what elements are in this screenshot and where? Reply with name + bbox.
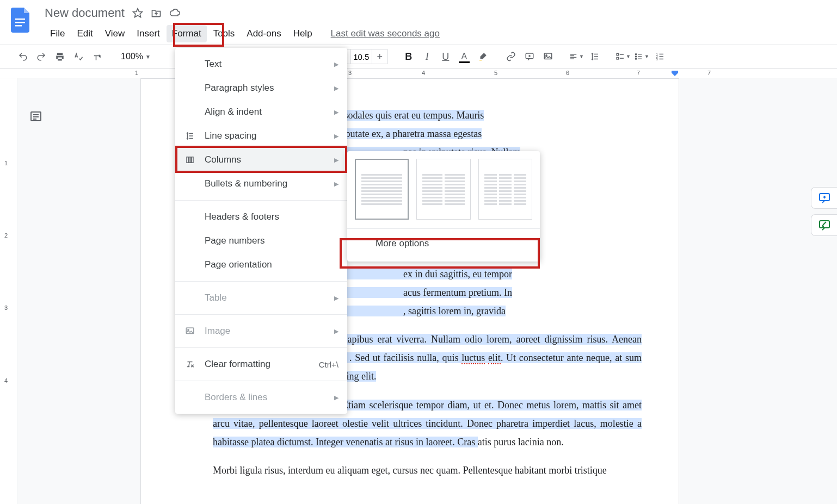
menu-view[interactable]: View bbox=[100, 25, 131, 42]
print-button[interactable] bbox=[52, 49, 67, 64]
body-paragraph[interactable]: Morbi ligula risus, interdum eu aliquam … bbox=[213, 461, 642, 480]
menu-item-label: Page numbers bbox=[205, 235, 265, 246]
zoom-select[interactable]: 100%▼ bbox=[118, 52, 154, 61]
vertical-ruler[interactable]: 1 2 3 4 bbox=[0, 78, 17, 504]
link-button[interactable] bbox=[503, 49, 519, 64]
menu-insert[interactable]: Insert bbox=[131, 25, 165, 42]
columns-option-3[interactable] bbox=[478, 159, 532, 220]
add-comment-side[interactable] bbox=[811, 187, 837, 209]
redo-button[interactable] bbox=[34, 49, 49, 64]
format-menu-align-indent[interactable]: Align & indent▶ bbox=[175, 100, 347, 124]
columns-option-2[interactable] bbox=[416, 159, 470, 220]
title-area: New document File Edit View Insert Forma… bbox=[45, 4, 440, 42]
format-menu-headers-footers[interactable]: Headers & footers bbox=[175, 205, 347, 229]
menu-item-label: Image bbox=[205, 326, 230, 337]
bold-button[interactable]: B bbox=[401, 49, 416, 64]
spellcheck-button[interactable] bbox=[71, 49, 86, 64]
chevron-right-icon: ▶ bbox=[334, 181, 339, 188]
clear-format-icon bbox=[184, 359, 196, 369]
align-button[interactable]: ▼ bbox=[569, 49, 584, 64]
menu-format[interactable]: Format bbox=[167, 25, 207, 42]
columns-option-1[interactable] bbox=[355, 159, 409, 220]
menu-item-label: Headers & footers bbox=[205, 211, 279, 222]
ruler-mark: 7 bbox=[707, 70, 711, 76]
star-icon[interactable] bbox=[132, 8, 143, 18]
suggest-edits-side[interactable] bbox=[811, 214, 837, 236]
format-menu-page-orientation[interactable]: Page orientation bbox=[175, 253, 347, 277]
numbered-list-button[interactable]: 123 bbox=[653, 49, 668, 64]
image-icon bbox=[184, 326, 196, 336]
format-menu-borders-lines: Borders & lines▶ bbox=[175, 385, 347, 409]
format-menu-line-spacing[interactable]: Line spacing▶ bbox=[175, 124, 347, 148]
chevron-right-icon: ▶ bbox=[334, 85, 339, 92]
docs-logo[interactable] bbox=[10, 7, 32, 33]
format-menu-image: Image▶ bbox=[175, 319, 347, 343]
chevron-right-icon: ▶ bbox=[334, 295, 339, 302]
vruler-mark: 3 bbox=[4, 304, 8, 311]
columns-submenu: More options bbox=[347, 151, 540, 262]
ruler-mark: 4 bbox=[422, 70, 425, 76]
move-icon[interactable] bbox=[151, 8, 162, 18]
ruler-mark: 5 bbox=[494, 70, 497, 76]
toolbar: 100%▼ − + B I U A ▼ ▼ ▼ 123 bbox=[0, 45, 837, 69]
menu-item-label: Borders & lines bbox=[205, 392, 267, 403]
cloud-icon[interactable] bbox=[169, 8, 181, 18]
menu-item-label: Page orientation bbox=[205, 259, 272, 270]
menu-item-label: Line spacing bbox=[205, 130, 256, 141]
format-menu-bullets-numbering[interactable]: Bullets & numbering▶ bbox=[175, 172, 347, 196]
image-button[interactable] bbox=[540, 49, 556, 64]
menu-item-label: Bullets & numbering bbox=[205, 178, 287, 189]
underline-button[interactable]: U bbox=[438, 49, 453, 64]
line-spacing-button[interactable] bbox=[587, 49, 602, 64]
italic-button[interactable]: I bbox=[420, 49, 435, 64]
font-size-increase[interactable]: + bbox=[372, 49, 387, 64]
horizontal-ruler[interactable]: 1 3 4 5 6 7 7 bbox=[0, 69, 837, 78]
paint-format-button[interactable] bbox=[89, 49, 104, 64]
editor-area: 1 2 3 4 consectetur adipiscing elit. Nul… bbox=[0, 78, 837, 504]
menu-item-label: Paragraph styles bbox=[205, 83, 274, 94]
outline-toggle[interactable] bbox=[26, 107, 46, 126]
format-menu-page-numbers[interactable]: Page numbers bbox=[175, 229, 347, 253]
svg-rect-19 bbox=[820, 221, 829, 228]
font-size-input[interactable] bbox=[350, 49, 372, 64]
highlight-button[interactable] bbox=[475, 49, 490, 64]
columns-more-options[interactable]: More options bbox=[347, 231, 540, 256]
menu-help[interactable]: Help bbox=[288, 25, 318, 42]
indent-marker[interactable] bbox=[672, 69, 678, 76]
svg-text:3: 3 bbox=[656, 58, 658, 61]
format-menu-table: Table▶ bbox=[175, 286, 347, 310]
format-menu-clear-formatting[interactable]: Clear formattingCtrl+\ bbox=[175, 352, 347, 376]
chevron-right-icon: ▶ bbox=[334, 109, 339, 116]
side-buttons bbox=[811, 187, 837, 236]
menubar: File Edit View Insert Format Tools Add-o… bbox=[45, 25, 440, 42]
svg-point-10 bbox=[635, 56, 636, 57]
format-menu-columns[interactable]: Columns▶ bbox=[175, 148, 347, 172]
menu-file[interactable]: File bbox=[45, 25, 70, 42]
line-spacing-icon bbox=[184, 131, 196, 141]
text-color-button[interactable]: A bbox=[457, 49, 472, 64]
menu-item-label: Columns bbox=[205, 154, 241, 165]
menu-item-label: Clear formatting bbox=[205, 359, 270, 370]
last-edit-link[interactable]: Last edit was seconds ago bbox=[331, 28, 440, 39]
format-menu-text[interactable]: Text▶ bbox=[175, 52, 347, 76]
zoom-value: 100% bbox=[121, 52, 143, 61]
doc-title[interactable]: New document bbox=[45, 6, 125, 20]
menu-addons[interactable]: Add-ons bbox=[241, 25, 286, 42]
ruler-mark: 3 bbox=[348, 70, 352, 76]
doc-header: New document File Edit View Insert Forma… bbox=[0, 0, 837, 45]
format-menu-paragraph-styles[interactable]: Paragraph styles▶ bbox=[175, 76, 347, 100]
checklist-button[interactable]: ▼ bbox=[616, 49, 631, 64]
columns-icon bbox=[184, 155, 196, 165]
menu-edit[interactable]: Edit bbox=[71, 25, 98, 42]
undo-button[interactable] bbox=[15, 49, 30, 64]
chevron-right-icon: ▶ bbox=[334, 157, 339, 164]
bulleted-list-button[interactable]: ▼ bbox=[634, 49, 649, 64]
comment-button[interactable] bbox=[522, 49, 537, 64]
svg-rect-2 bbox=[15, 25, 22, 27]
svg-point-11 bbox=[635, 58, 636, 59]
svg-rect-7 bbox=[617, 53, 619, 55]
menu-item-label: Table bbox=[205, 293, 227, 303]
ruler-mark: 6 bbox=[566, 70, 569, 76]
ruler-mark: 7 bbox=[637, 70, 640, 76]
menu-tools[interactable]: Tools bbox=[208, 25, 241, 42]
